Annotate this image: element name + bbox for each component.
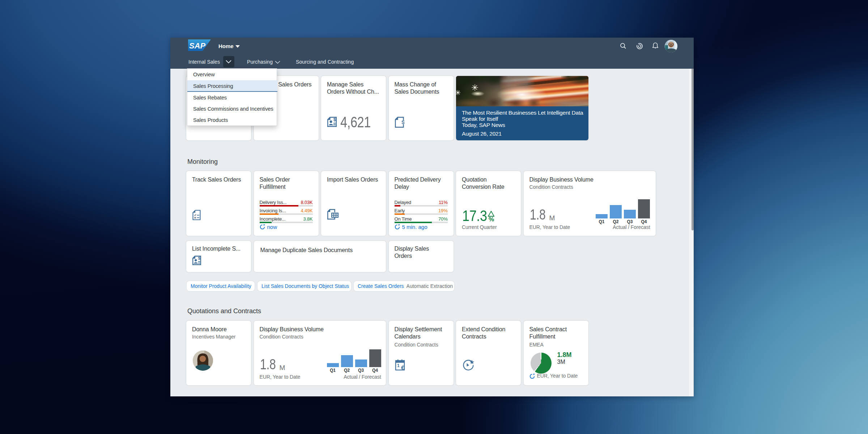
svg-text:1: 1	[397, 363, 400, 368]
svg-text:$: $	[198, 256, 200, 260]
svg-text:S: S	[401, 119, 404, 125]
svg-text:€: €	[401, 365, 405, 371]
svg-text:$: $	[333, 117, 336, 122]
svg-text:SAP: SAP	[189, 41, 206, 50]
